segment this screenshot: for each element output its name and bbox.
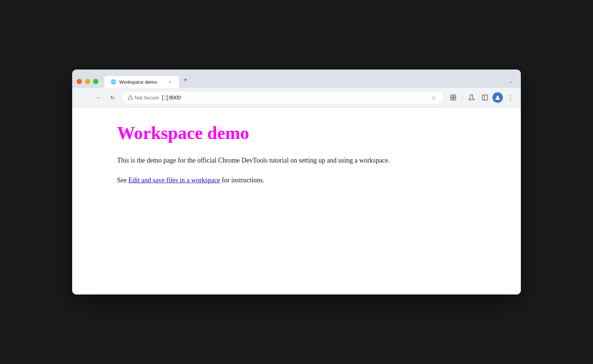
url-text: [::]:8000 — [162, 95, 427, 101]
reload-icon: ↻ — [110, 95, 115, 101]
lab-button[interactable] — [466, 92, 477, 104]
security-indicator: ! Not Secure — [128, 95, 159, 101]
svg-rect-6 — [482, 95, 488, 100]
svg-text:!: ! — [130, 97, 131, 99]
svg-rect-4 — [454, 98, 456, 100]
profile-icon — [495, 95, 501, 101]
tab-strip: 🌐 Workspace demo × + ⌄ — [104, 73, 516, 88]
reload-button[interactable]: ↻ — [107, 92, 119, 104]
maximize-button[interactable] — [93, 79, 98, 84]
page-heading: Workspace demo — [117, 123, 476, 143]
title-bar: 🌐 Workspace demo × + ⌄ — [72, 70, 521, 88]
bookmark-icon[interactable]: ☆ — [430, 94, 438, 101]
forward-button[interactable]: → — [92, 92, 104, 104]
svg-rect-2 — [454, 95, 456, 97]
workspace-link[interactable]: Edit and save files in a workspace — [129, 176, 220, 184]
instructions-suffix: for instructions. — [220, 176, 264, 184]
close-button[interactable] — [77, 79, 82, 84]
page-content: Workspace demo This is the demo page for… — [72, 108, 521, 294]
svg-rect-3 — [451, 98, 453, 100]
tab-chevron-icon[interactable]: ⌄ — [505, 77, 516, 88]
profile-button[interactable] — [492, 92, 503, 103]
svg-rect-1 — [451, 95, 453, 97]
more-button[interactable]: ⋮ — [504, 92, 516, 104]
extensions-icon — [450, 94, 457, 101]
new-tab-button[interactable]: + — [179, 73, 192, 88]
security-label: Not Secure — [135, 95, 159, 101]
minimize-button[interactable] — [85, 79, 90, 84]
page-description: This is the demo page for the official C… — [117, 155, 476, 166]
warning-icon: ! — [128, 95, 133, 100]
extensions-button[interactable] — [447, 92, 459, 104]
sidebar-button[interactable] — [479, 92, 491, 104]
traffic-lights — [77, 79, 98, 88]
nav-divider — [462, 94, 463, 101]
page-instructions: See Edit and save files in a workspace f… — [117, 175, 476, 186]
tab-favicon-icon: 🌐 — [110, 79, 116, 85]
active-tab[interactable]: 🌐 Workspace demo × — [104, 76, 179, 88]
instructions-prefix: See — [117, 176, 129, 184]
forward-icon: → — [95, 95, 100, 101]
sidebar-icon — [482, 94, 488, 101]
nav-bar: ← → ↻ ! Not Secure [::]:8000 ☆ — [72, 88, 521, 108]
back-icon: ← — [80, 95, 85, 101]
back-button[interactable]: ← — [77, 92, 89, 104]
browser-window: 🌐 Workspace demo × + ⌄ ← → ↻ ! — [72, 70, 521, 294]
address-bar[interactable]: ! Not Secure [::]:8000 ☆ — [122, 91, 444, 104]
tab-close-button[interactable]: × — [167, 79, 173, 85]
lab-icon — [468, 94, 475, 101]
more-icon: ⋮ — [507, 94, 513, 101]
tab-title: Workspace demo — [119, 79, 164, 85]
nav-actions: ⋮ — [447, 92, 516, 104]
